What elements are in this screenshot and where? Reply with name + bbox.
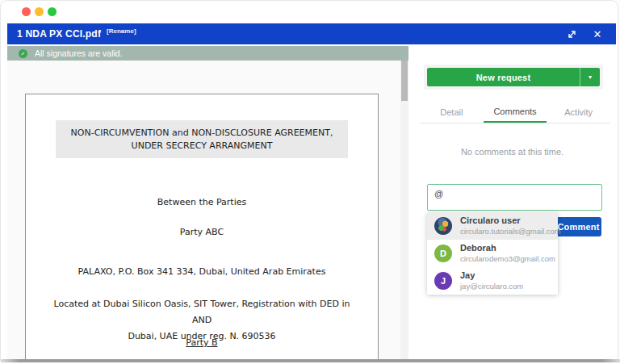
- heading-line-2: UNDER SECRECY ARRANGMENT: [132, 140, 273, 153]
- pdf-page: NON-CIRCUMVENTION and NON-DISCLOSURE AGR…: [25, 94, 379, 360]
- document-titlebar: 1 NDA PX CCI.pdf [Rename] ✕: [7, 23, 616, 44]
- initial-avatar: J: [434, 272, 452, 290]
- banner-text: All signatures are valid.: [35, 48, 123, 58]
- mention-email: circularo.tutorials@gmail.com: [460, 227, 561, 236]
- mention-option-text: Deborah circularodemo3@gmail.com: [460, 243, 555, 264]
- app-window: 1 NDA PX CCI.pdf [Rename] ✕ ✓ All signat…: [0, 0, 618, 361]
- mention-email: jay@circularo.com: [460, 282, 523, 291]
- rename-link[interactable]: [Rename]: [107, 27, 136, 35]
- window-bottom-edge: [1, 359, 620, 362]
- mention-name: Circularo user: [460, 215, 561, 227]
- no-comments-text: No comments at this time.: [408, 147, 616, 157]
- pdf-viewer: NON-CIRCUMVENTION and NON-DISCLOSURE AGR…: [7, 61, 400, 359]
- mac-close-button[interactable]: [22, 7, 31, 16]
- mention-name: Jay: [460, 270, 523, 282]
- mention-option-text: Jay jay@circularo.com: [460, 270, 523, 291]
- address-line: Located at Dubai Silicon Oasis, SIT Towe…: [26, 299, 378, 309]
- tab-activity[interactable]: Activity: [547, 101, 610, 123]
- viewer-scrollbar[interactable]: [400, 61, 408, 359]
- new-request-button[interactable]: New request ▾: [427, 68, 600, 86]
- chevron-down-icon[interactable]: ▾: [580, 68, 600, 86]
- signatures-valid-banner: ✓ All signatures are valid.: [7, 46, 408, 61]
- new-request-label: New request: [427, 68, 580, 86]
- mention-option-jay[interactable]: J Jay jay@circularo.com: [427, 267, 558, 295]
- check-circle-icon: ✓: [19, 49, 27, 58]
- comment-button[interactable]: Comment: [555, 217, 601, 236]
- between-parties-text: Between the Parties: [26, 197, 378, 207]
- user-photo-avatar: [434, 217, 452, 235]
- mention-option-deborah[interactable]: D Deborah circularodemo3@gmail.com: [427, 240, 558, 267]
- mac-minimize-button[interactable]: [35, 7, 44, 16]
- mention-option-text: Circularo user circularo.tutorials@gmail…: [460, 215, 561, 236]
- conjunction-text: AND: [26, 315, 378, 325]
- sidebar-tabs: Detail Comments Activity: [420, 101, 610, 123]
- close-icon[interactable]: ✕: [587, 23, 608, 44]
- expand-icon[interactable]: [561, 23, 582, 44]
- new-request-frame: New request ▾: [424, 65, 603, 90]
- screen: 1 NDA PX CCI.pdf [Rename] ✕ ✓ All signat…: [0, 0, 620, 364]
- comment-input[interactable]: @: [427, 184, 602, 211]
- viewer-scrollbar-thumb[interactable]: [401, 61, 408, 101]
- mention-option-circularo-user[interactable]: Circularo user circularo.tutorials@gmail…: [427, 212, 558, 240]
- document-heading: NON-CIRCUMVENTION and NON-DISCLOSURE AGR…: [56, 120, 348, 158]
- mac-zoom-button[interactable]: [48, 7, 57, 16]
- heading-line-1: NON-CIRCUMVENTION and NON-DISCLOSURE AGR…: [71, 127, 333, 140]
- right-sidebar: New request ▾ Detail Comments Activity N…: [408, 46, 616, 359]
- address-line: PALAXO, P.O. Box 341 334, Dubai, United …: [26, 266, 378, 277]
- mention-name: Deborah: [460, 243, 555, 254]
- party-a-text: Party ABC: [26, 227, 378, 237]
- window-controls: [22, 7, 57, 17]
- document-title: 1 NDA PX CCI.pdf: [17, 28, 101, 40]
- initial-avatar: D: [434, 245, 452, 262]
- tab-comments[interactable]: Comments: [484, 101, 547, 123]
- tab-detail[interactable]: Detail: [420, 101, 484, 123]
- mention-email: circularodemo3@gmail.com: [460, 254, 555, 264]
- mention-dropdown: Circularo user circularo.tutorials@gmail…: [427, 212, 558, 295]
- party-b-text: Party B: [26, 337, 378, 348]
